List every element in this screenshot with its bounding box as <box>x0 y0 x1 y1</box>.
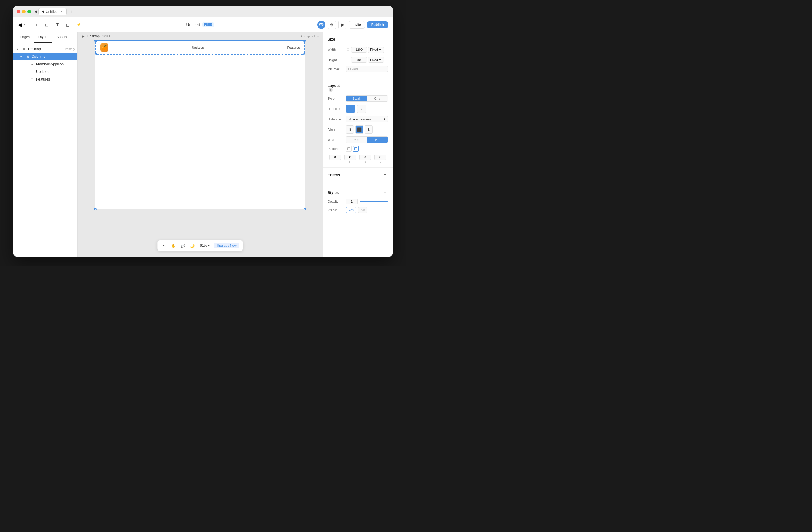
grid-button[interactable]: Grid <box>367 96 388 101</box>
settings-button[interactable]: ⚙ <box>328 21 336 29</box>
padding-left-input[interactable] <box>375 155 386 160</box>
direction-buttons: ↔ ↕ <box>346 105 366 113</box>
avatar-button[interactable]: WS <box>317 21 325 29</box>
styles-title: Styles <box>328 190 339 195</box>
direction-label: Direction <box>328 107 344 111</box>
layout-title: Layout i <box>328 83 340 92</box>
width-input[interactable] <box>351 47 367 53</box>
dark-mode-toggle[interactable]: 🌙 <box>189 242 196 249</box>
styles-add-button[interactable]: + <box>382 190 388 196</box>
layer-name-features: Features <box>36 77 50 81</box>
columns-icon: ⊞ <box>25 54 30 59</box>
handle-bl[interactable] <box>94 208 97 210</box>
visible-row: Visible Yes No <box>328 207 388 213</box>
invite-button[interactable]: Invite <box>349 21 365 29</box>
layout-collapse-button[interactable]: − <box>382 85 388 91</box>
layer-item-desktop[interactable]: ▾ ■ Desktop Primary <box>13 45 77 53</box>
logo-button[interactable]: ◀ ▾ <box>18 21 25 28</box>
close-button[interactable] <box>17 10 20 13</box>
tab-pages[interactable]: Pages <box>16 32 34 43</box>
upgrade-button[interactable]: Upgrade Now <box>214 243 239 248</box>
shape-tool-button[interactable]: ◻ <box>64 21 72 29</box>
visible-yes-button[interactable]: Yes <box>346 207 357 213</box>
align-center-button[interactable]: ⬛ <box>355 126 363 133</box>
padding-top-input[interactable] <box>329 155 341 160</box>
comment-tool[interactable]: 💬 <box>179 242 186 249</box>
styles-section-header: Styles + <box>328 190 388 196</box>
height-input[interactable] <box>351 57 367 63</box>
layer-name-updates: Updates <box>36 70 49 74</box>
direction-vertical-button[interactable]: ↕ <box>357 105 366 113</box>
padding-right-label: R <box>349 160 351 163</box>
height-mode-chevron: ▾ <box>379 58 381 61</box>
padding-label: Padding <box>328 147 344 150</box>
wrap-yes-button[interactable]: Yes <box>346 137 367 143</box>
effects-add-button[interactable]: + <box>382 172 388 178</box>
navbar-handle-tr[interactable] <box>303 40 305 42</box>
visible-no-button[interactable]: No <box>358 207 367 213</box>
wrap-no-button[interactable]: No <box>367 137 388 143</box>
app-icon-tab: ◀ <box>34 9 37 14</box>
traffic-lights <box>17 10 31 13</box>
add-element-button[interactable]: + <box>32 21 41 29</box>
padding-bottom-input[interactable] <box>359 155 371 160</box>
direction-horizontal-button[interactable]: ↔ <box>346 105 355 113</box>
new-tab-button[interactable]: + <box>68 8 75 15</box>
tab-close-icon[interactable]: × <box>59 10 63 14</box>
frame-width: 1200 <box>102 34 110 38</box>
logo-icon: ◀ <box>18 21 22 28</box>
distribute-label: Distribute <box>328 117 344 121</box>
link-toggle[interactable] <box>346 45 350 54</box>
padding-box-individual[interactable] <box>353 146 359 152</box>
toolbar: ◀ ▾ + ⊞ T ◻ ⚡ Untitled FREE WS <box>13 17 393 32</box>
size-section-header: Size + <box>328 36 388 42</box>
layer-item-columns[interactable]: ▾ ⊞ Columns <box>13 53 77 60</box>
navbar-handle-tl[interactable] <box>95 40 97 42</box>
canvas-area: ▶ Desktop 1200 Breakpoint + <box>77 32 323 257</box>
type-row: Type Stack Grid <box>328 95 388 102</box>
canvas-content[interactable]: 🍊 Updates Features <box>77 40 323 257</box>
distribute-select[interactable]: Space Between ▾ <box>346 116 388 123</box>
stack-button[interactable]: Stack <box>346 96 367 101</box>
padding-left-label: L <box>380 160 381 163</box>
minimize-button[interactable] <box>22 10 26 13</box>
opacity-slider[interactable] <box>360 201 388 202</box>
layer-badge-desktop: Primary <box>65 47 75 51</box>
minmax-control[interactable]: ⊡ Add... <box>346 66 388 72</box>
tab-layers[interactable]: Layers <box>34 32 53 43</box>
padding-box-uniform[interactable] <box>346 146 352 152</box>
align-top-button[interactable]: ⬆ <box>346 126 354 133</box>
layer-item-features[interactable]: ▶ T Features <box>13 75 77 83</box>
padding-right-input[interactable] <box>345 155 356 160</box>
lightning-tool-button[interactable]: ⚡ <box>74 21 83 29</box>
layout-section: Layout i − Type Stack Grid Direction <box>323 79 393 168</box>
navbar-handle-br[interactable] <box>303 53 305 55</box>
breakpoint-add-icon[interactable]: + <box>317 34 319 39</box>
size-add-button[interactable]: + <box>382 36 388 42</box>
align-bottom-button[interactable]: ⬇ <box>365 126 373 133</box>
navbar-handle-bl[interactable] <box>95 53 97 55</box>
cursor-tool[interactable]: ↖ <box>161 242 168 249</box>
info-icon: i <box>329 88 333 92</box>
cursor-icon: ↖ <box>163 244 166 248</box>
visible-label: Visible <box>328 208 344 212</box>
align-buttons: ⬆ ⬛ ⬇ <box>346 126 373 133</box>
tab-assets[interactable]: Assets <box>53 32 71 43</box>
layer-tree: ▾ ■ Desktop Primary ▾ ⊞ Columns ▶ ■ Mand… <box>13 43 77 257</box>
frame-canvas[interactable]: 🍊 Updates Features <box>95 40 305 210</box>
height-mode-select[interactable]: Fixed ▾ <box>368 57 384 63</box>
opacity-input[interactable] <box>346 199 358 204</box>
zoom-control[interactable]: 61% ▾ <box>198 243 212 248</box>
maximize-button[interactable] <box>27 10 31 13</box>
active-tab[interactable]: ◀ Untitled × <box>39 8 67 15</box>
publish-button[interactable]: Publish <box>367 21 388 28</box>
preview-button[interactable]: ▶ <box>338 21 347 29</box>
layer-item-updates[interactable]: ▶ T Updates <box>13 68 77 75</box>
handle-br[interactable] <box>304 208 306 210</box>
frame-icon: ■ <box>21 47 26 51</box>
width-mode-select[interactable]: Fixed ▾ <box>368 47 384 53</box>
hand-tool[interactable]: ✋ <box>170 242 177 249</box>
grid-tool-button[interactable]: ⊞ <box>43 21 51 29</box>
text-tool-button[interactable]: T <box>53 21 61 29</box>
layer-item-mandarinappicon[interactable]: ▶ ■ MandarinAppIcon <box>13 60 77 68</box>
